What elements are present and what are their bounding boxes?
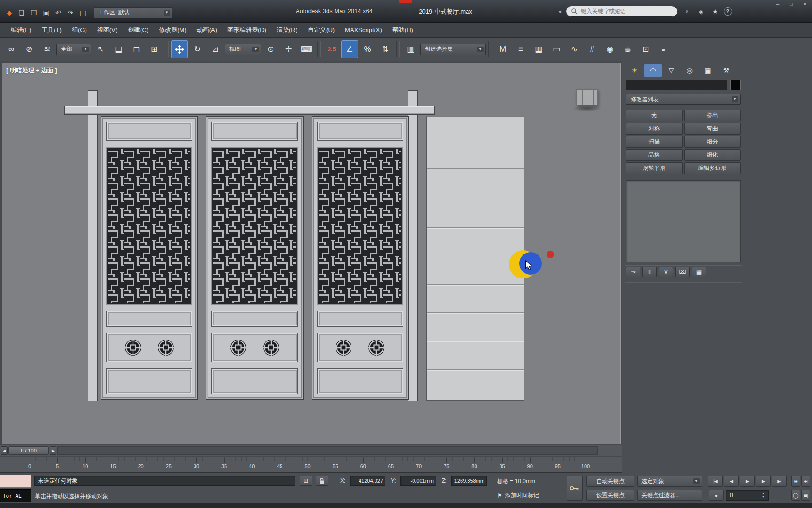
menu-item[interactable]: 工具(T) bbox=[36, 23, 67, 37]
x-coordinate-field[interactable]: 41204.027 bbox=[350, 476, 385, 486]
edit-named-selection-sets-button[interactable]: ▥ bbox=[402, 40, 419, 58]
current-frame-field[interactable]: 0 ▲▼ bbox=[726, 490, 769, 501]
menu-item[interactable]: 图形编辑器(D) bbox=[222, 23, 272, 37]
modifier-preset-button[interactable]: 细化 bbox=[684, 149, 741, 161]
help-icon[interactable]: ? bbox=[724, 7, 732, 16]
object-color-swatch[interactable] bbox=[730, 80, 741, 90]
modifier-preset-button[interactable]: 晶格 bbox=[626, 149, 683, 161]
favorites-icon[interactable]: ★ bbox=[710, 6, 721, 16]
previous-frame-button[interactable]: ◀ bbox=[724, 476, 739, 487]
set-key-button[interactable]: 设置关键点 bbox=[586, 490, 634, 501]
bind-to-space-warp-button[interactable]: ≋ bbox=[39, 40, 55, 58]
app-logo-icon[interactable]: ◆ bbox=[4, 8, 15, 18]
tab-utilities[interactable]: ⚒ bbox=[718, 64, 735, 77]
reference-coordinate-dropdown[interactable]: 视图▼ bbox=[225, 44, 261, 55]
timeline-ruler[interactable]: 0510152025303540455055606570758085909510… bbox=[0, 457, 622, 473]
menu-item[interactable]: 渲染(R) bbox=[272, 23, 303, 37]
pin-stack-toggle[interactable]: ⊸ bbox=[626, 267, 640, 277]
modifier-preset-button[interactable]: 壳 bbox=[626, 110, 683, 121]
time-slider-handle[interactable]: 0 / 100 bbox=[8, 446, 49, 455]
select-and-manipulate-button[interactable]: ✢ bbox=[280, 40, 297, 58]
y-coordinate-field[interactable]: -0.001mm bbox=[400, 476, 436, 486]
maxscript-mini-recorder[interactable] bbox=[0, 475, 31, 488]
go-to-start-button[interactable]: |◀ bbox=[708, 476, 723, 487]
tab-hierarchy[interactable]: ▽ bbox=[663, 64, 680, 77]
zoom-button[interactable]: ⊕ bbox=[791, 476, 800, 487]
tab-create[interactable]: ✶ bbox=[626, 64, 643, 77]
window-crossing-toggle[interactable]: ⊞ bbox=[146, 40, 163, 58]
transform-type-in-toggle[interactable]: ⊞ bbox=[300, 476, 312, 486]
material-editor-button[interactable]: ◉ bbox=[601, 40, 618, 58]
key-filter-mode-dropdown[interactable]: 选定对象 ▼ bbox=[637, 476, 702, 487]
time-slider-track[interactable] bbox=[57, 446, 598, 455]
set-keys-button[interactable] bbox=[567, 476, 583, 501]
key-mode-toggle[interactable]: ● bbox=[709, 490, 724, 501]
menu-item[interactable]: 创建(C) bbox=[123, 23, 154, 37]
infocenter-collapse-icon[interactable]: ◄ bbox=[557, 9, 562, 14]
modifier-preset-button[interactable]: 弯曲 bbox=[684, 123, 741, 135]
project-folder-icon[interactable]: ▤ bbox=[77, 8, 88, 18]
viewport[interactable]: [ 明暗处理 + 边面 ] bbox=[2, 63, 621, 444]
door-object[interactable] bbox=[206, 116, 303, 400]
keyboard-shortcut-override-toggle[interactable]: ⌨ bbox=[298, 40, 315, 58]
object-name-field[interactable] bbox=[626, 80, 727, 90]
door-object[interactable] bbox=[101, 116, 198, 400]
menu-item[interactable]: 修改器(M) bbox=[154, 23, 192, 37]
menu-item[interactable]: 自定义(U) bbox=[303, 23, 340, 37]
maximize-button[interactable]: □ bbox=[786, 1, 796, 8]
tab-modify[interactable]: ◠ bbox=[644, 64, 662, 77]
snaps-toggle-2-5d[interactable]: 2.5 bbox=[323, 40, 340, 58]
tab-motion[interactable]: ◎ bbox=[681, 64, 698, 77]
selection-lock-toggle[interactable] bbox=[316, 476, 328, 486]
modifier-list-dropdown[interactable]: 修改器列表 ▼ bbox=[626, 94, 741, 105]
time-slider-prev-arrow[interactable]: ◀ bbox=[1, 446, 8, 455]
select-and-scale-button[interactable]: ⊿ bbox=[207, 40, 224, 58]
rendered-frame-window-button[interactable]: ⊡ bbox=[637, 40, 654, 58]
minimize-button[interactable]: ─ bbox=[773, 1, 783, 8]
curve-editor-button[interactable]: ∿ bbox=[566, 40, 583, 58]
menu-item[interactable]: 组(G) bbox=[67, 23, 92, 37]
select-object-button[interactable]: ↖ bbox=[92, 40, 109, 58]
distant-scene-object[interactable] bbox=[576, 89, 598, 105]
zoom-extents-button[interactable]: ⊞ bbox=[801, 476, 810, 487]
workspace-dropdown[interactable]: 工作区: 默认 ▼ bbox=[94, 7, 172, 18]
render-production-button[interactable]: ◒ bbox=[655, 40, 672, 58]
configure-modifier-sets-button[interactable]: ▦ bbox=[692, 267, 706, 277]
go-to-end-button[interactable]: ▶| bbox=[772, 476, 787, 487]
percent-snap-toggle[interactable]: % bbox=[359, 40, 376, 58]
door-object[interactable] bbox=[312, 116, 409, 400]
close-button[interactable]: ✕ bbox=[800, 1, 810, 8]
frame-spinner-icon[interactable]: ▲▼ bbox=[762, 492, 765, 498]
open-file-icon[interactable]: ❐ bbox=[28, 8, 39, 18]
redo-icon[interactable]: ↷ bbox=[65, 8, 76, 18]
modifier-preset-button[interactable]: 扫描 bbox=[626, 136, 683, 148]
play-button[interactable]: ▶ bbox=[740, 476, 755, 487]
make-unique-button[interactable]: ∨ bbox=[659, 267, 673, 277]
modifier-preset-button[interactable]: 涡轮平滑 bbox=[626, 162, 683, 174]
unlink-selection-button[interactable]: ⊘ bbox=[21, 40, 38, 58]
menu-item[interactable]: 动画(A) bbox=[192, 23, 222, 37]
show-end-result-toggle[interactable]: ‖ bbox=[642, 267, 657, 277]
next-frame-button[interactable]: ▶ bbox=[756, 476, 771, 487]
menu-item[interactable]: 视图(V) bbox=[92, 23, 123, 37]
modifier-stack[interactable] bbox=[626, 180, 741, 262]
maximize-viewport-toggle[interactable]: ▣ bbox=[801, 490, 810, 501]
named-selection-set-dropdown[interactable]: 创建选择集▼ bbox=[420, 44, 486, 55]
search-go-icon[interactable]: ⌕ bbox=[681, 6, 693, 16]
menu-item[interactable]: MAXScript(X) bbox=[340, 23, 387, 37]
modifier-preset-button[interactable]: 对称 bbox=[626, 123, 683, 135]
menu-item[interactable]: 帮助(H) bbox=[387, 23, 418, 37]
viewport-shading-label[interactable]: [ 明暗处理 + 边面 ] bbox=[6, 66, 57, 75]
mirror-button[interactable]: M bbox=[494, 40, 511, 58]
undo-icon[interactable]: ↶ bbox=[53, 8, 64, 18]
door-frame-lintel[interactable] bbox=[64, 106, 435, 115]
layer-manager-button[interactable]: ▦ bbox=[530, 40, 547, 58]
select-and-link-button[interactable]: ∞ bbox=[3, 40, 20, 58]
remove-modifier-button[interactable]: ⌧ bbox=[675, 267, 690, 277]
z-coordinate-field[interactable]: 1269.358mm bbox=[451, 476, 487, 486]
spinner-snap-toggle[interactable]: ⇅ bbox=[377, 40, 394, 58]
use-pivot-center-button[interactable]: ⊙ bbox=[262, 40, 279, 58]
graphite-ribbon-toggle[interactable]: ▭ bbox=[548, 40, 565, 58]
maxscript-mini-listener[interactable]: for AL bbox=[0, 489, 31, 502]
selection-filter-dropdown[interactable]: 全部▼ bbox=[56, 44, 91, 55]
